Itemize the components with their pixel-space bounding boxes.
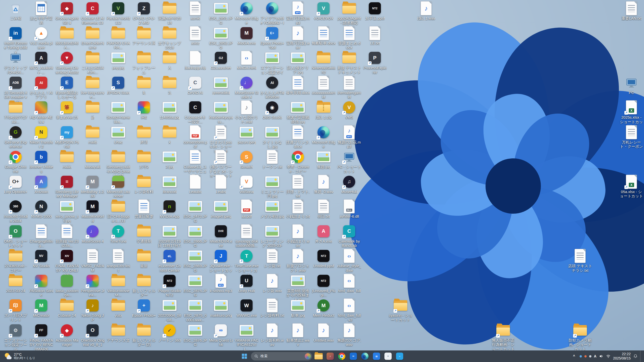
desktop-icon[interactable]: 20220904_08_08... <box>157 298 182 322</box>
desktop-icon[interactable]: AIかんたんAITalk05d5m <box>260 75 284 99</box>
desktop-icon[interactable]: PIAPRO CHARA... <box>106 26 130 50</box>
desktop-icon[interactable]: ESC_2866.JPG <box>183 224 207 248</box>
desktop-icon[interactable]: ESC_2869.JPG <box>183 249 207 273</box>
desktop-icon[interactable]: レコーディング 2025-03-1... <box>260 224 284 252</box>
desktop-icon[interactable]: A↗8872_Audiority_... <box>29 51 53 74</box>
desktop-icon[interactable]: Branco6 <box>157 174 182 194</box>
desktop-icon[interactable]: b↗Brother Utilities <box>29 150 53 173</box>
desktop-icon[interactable]: VaskunMovieM... <box>106 274 130 297</box>
desktop-icon[interactable]: U↗Unity Hub <box>234 274 259 293</box>
notifications-button[interactable] <box>633 354 638 358</box>
desktop-icon[interactable]: ↗Google Chrome <box>4 150 28 173</box>
desktop-icon[interactable]: ◆↗Activation Manager <box>55 323 79 347</box>
tray-tray-app-blue[interactable] <box>580 355 582 357</box>
desktop-icon[interactable]: ↗syasinn - ショートカット <box>388 298 413 322</box>
desktop-icon[interactable]: 無題_0.wav <box>311 174 336 194</box>
taskbar-app-microsoft-edge[interactable] <box>360 351 370 361</box>
desktop-icon[interactable]: C↗Cakewalk by BandLab <box>337 224 361 248</box>
desktop-icon[interactable]: ◆↗Groove Agent SE 4 <box>55 1 79 25</box>
desktop-icon[interactable]: my↗MyEPSON Portal <box>55 125 79 149</box>
desktop-icon[interactable]: 拝啓 - トマト.txt <box>286 174 310 198</box>
desktop-icon[interactable]: YAMAHA PACIFICA612VIL... <box>234 323 259 351</box>
desktop-icon[interactable]: M↗MassMixWorld <box>80 199 105 223</box>
desktop-icon[interactable]: 駐車.jpg <box>286 298 310 318</box>
desktop-icon[interactable]: makkuro.png <box>209 298 233 318</box>
desktop-icon[interactable]: G↗GeForce Experience <box>4 125 28 149</box>
desktop-icon[interactable]: NV↗NV Studio <box>29 249 53 268</box>
desktop-icon[interactable]: C↗Cubase LE AI Elements 13 <box>80 1 105 25</box>
desktop-icon[interactable]: ↗PASokon Sonic <box>29 274 53 297</box>
desktop-icon[interactable]: C↗CeVIO AI <box>183 75 207 95</box>
desktop-icon[interactable]: Uhac <box>106 125 130 145</box>
desktop-icon[interactable]: ↗防犯カメラ動画 - ショートカット <box>568 323 592 351</box>
desktop-icon[interactable]: X <box>157 125 182 145</box>
taskbar-app-microsoft-store[interactable]: ⊞ <box>372 351 382 361</box>
desktop-icon[interactable]: live-long-conve... <box>80 75 105 99</box>
desktop-icon[interactable]: MioGA.html <box>234 51 259 70</box>
taskbar-app-file-explorer[interactable] <box>314 351 324 361</box>
desktop-icon[interactable]: レジ袋.txt <box>260 249 284 268</box>
desktop-icon[interactable]: NT2Untitled.ppsf <box>311 249 336 268</box>
desktop-icon[interactable]: 技適プリンタ.docx <box>286 125 310 149</box>
desktop-icon[interactable]: 店頭 テキスト チラシ.txt <box>568 249 592 273</box>
desktop-icon[interactable]: 776x6927717Ab... <box>4 100 28 124</box>
desktop-icon[interactable]: ♫↗MuseHub <box>337 174 361 194</box>
desktop-icon[interactable]: pazun.jpeg <box>234 125 259 145</box>
desktop-icon[interactable]: E+↗Epson Photo+ Tool <box>260 26 284 50</box>
desktop-surface[interactable]: ごみ箱in↗Intel® Extreme Tuning Utilityデスクトッ… <box>0 0 644 350</box>
desktop-icon[interactable]: 無題のスコア.wav <box>337 323 361 347</box>
tray-network[interactable] <box>606 354 611 358</box>
desktop-icon[interactable]: ESC_2875_00001aaa... <box>183 298 207 322</box>
desktop-icon[interactable]: Leabs <box>209 174 233 194</box>
desktop-icon[interactable]: A↗Antzoan <box>29 174 53 194</box>
desktop-icon[interactable]: DVRiWatchDVR.exe <box>209 224 233 248</box>
desktop-icon[interactable]: ↗PC - ショートカット <box>337 150 361 173</box>
desktop-icon[interactable]: ↗2025s.xlsx - ショートカット <box>619 100 643 128</box>
desktop-icon[interactable]: ⚙↗エアステーション設定ツール <box>4 323 28 351</box>
desktop-icon[interactable]: greenxbkd <box>209 75 233 95</box>
desktop-icon[interactable]: ESC_2876.JPG <box>183 323 207 347</box>
desktop-icon[interactable]: in↗Intel® Extreme Tuning Utility <box>4 26 28 54</box>
taskbar-app-vscode[interactable]: ‹› <box>395 351 405 361</box>
desktop-icon[interactable]: cubase_style_daw <box>337 249 361 273</box>
desktop-icon[interactable]: フォトフレーム <box>132 51 156 74</box>
desktop-icon[interactable]: CCubase14キー設定... <box>183 100 207 124</box>
desktop-icon[interactable]: ihasibenkyoyatu... <box>209 100 233 124</box>
desktop-icon[interactable]: LE.txt <box>363 26 387 46</box>
desktop-icon[interactable]: ADB↗15 Seconds ADB Installer v1.4.3 <box>4 75 28 104</box>
desktop-icon[interactable]: MP3k-sishou.mp3 <box>209 274 233 293</box>
desktop-icon[interactable]: synology diskstation関係... <box>234 224 259 248</box>
tray-tray-app-orange[interactable] <box>584 355 587 357</box>
desktop-icon[interactable]: N↗NVMS-1000 <box>29 199 53 219</box>
desktop-icon[interactable]: n↗NVIDIA App <box>157 199 182 219</box>
desktop-icon[interactable]: mailb <box>80 125 105 145</box>
desktop-icon[interactable]: レジ袋有料 <box>132 174 156 194</box>
desktop-icon[interactable]: M↗MiCreator <box>29 298 53 318</box>
tray-tray-app-gray[interactable] <box>589 355 591 357</box>
desktop-icon[interactable]: 印↗ズバリ巨大プリント <box>4 298 28 322</box>
desktop-icon[interactable]: ♩↗MuseScore Studio 4 <box>234 75 259 99</box>
desktop-icon[interactable]: (仮)_1.wav <box>414 1 438 21</box>
desktop-icon[interactable]: Untitled.wav <box>311 323 336 343</box>
desktop-icon[interactable]: 筆↗筆まめVer.23 <box>55 100 79 120</box>
desktop-icon[interactable]: 無題.jpg <box>311 150 336 169</box>
desktop-icon[interactable]: 2023年2月19日 11時17分7.jpg <box>157 224 182 252</box>
desktop-icon[interactable]: ↗05a.xlsx - ショートカット <box>619 174 643 198</box>
desktop-icon[interactable]: ◉↗OBS Studio <box>260 100 284 120</box>
desktop-icon[interactable]: ♩↗MuseScore 4 <box>80 224 105 244</box>
desktop-icon[interactable]: 重要LAN.txt <box>619 1 643 21</box>
desktop-icon[interactable]: image0.jpeg <box>209 199 233 219</box>
desktop-icon[interactable]: Leaubs <box>183 174 207 194</box>
desktop-icon[interactable]: ↗無人販売不正行為動画 - ショートカット <box>491 323 515 351</box>
desktop-icon[interactable]: 入 <box>157 51 182 70</box>
desktop-icon[interactable]: O+↗Logi Options+ <box>4 174 28 194</box>
desktop-icon[interactable]: P↗ProcessExplorer <box>363 51 387 74</box>
desktop-icon[interactable]: NT2↗Piapro Studio NT2 <box>157 274 182 297</box>
desktop-icon[interactable]: S↗EPSON Scan <box>106 75 130 95</box>
desktop-icon[interactable]: ↗HD Writer AE 5.4 <box>29 100 53 124</box>
desktop-icon[interactable]: V↗VoiSona <box>234 174 259 194</box>
desktop-icon[interactable]: ↗Microsoft Edge <box>311 125 336 149</box>
desktop-icon[interactable]: png.jpg <box>106 51 130 70</box>
desktop-icon[interactable]: 発送予定用紙統括.jpg <box>286 100 310 124</box>
desktop-icon[interactable]: 交通規制 <box>132 224 156 244</box>
